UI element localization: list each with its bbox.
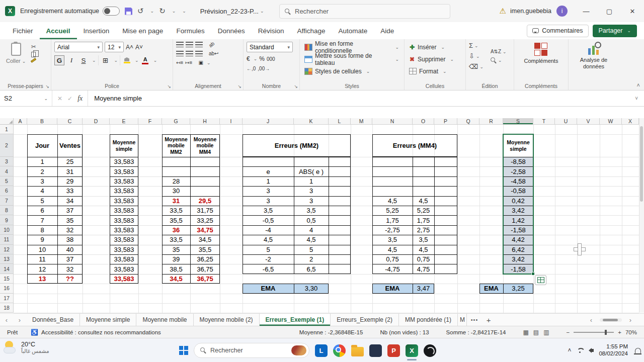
underline-button[interactable]: S: [78, 55, 89, 65]
cell-K10[interactable]: 4: [294, 225, 329, 235]
align-center-icon[interactable]: [186, 51, 193, 56]
cell-N14[interactable]: -4,75: [372, 264, 413, 274]
alignment-dialog-launcher-icon[interactable]: ↘: [237, 84, 242, 89]
cell-G12[interactable]: 35: [162, 245, 190, 254]
cell-O12[interactable]: 4,5: [413, 245, 434, 254]
cell-C12[interactable]: 40: [57, 245, 83, 254]
cell-H11[interactable]: 34,5: [190, 235, 220, 244]
dark-app-icon[interactable]: [369, 344, 382, 357]
cell-G7[interactable]: 31: [162, 196, 190, 206]
cell-C9[interactable]: 35: [57, 215, 83, 225]
cell-H9[interactable]: 33,25: [190, 215, 220, 225]
page-break-view-icon[interactable]: ▥: [543, 329, 549, 336]
cell-K16[interactable]: 3,30: [294, 284, 329, 293]
cell-J11[interactable]: 4,5: [243, 235, 294, 244]
fill-handle[interactable]: [531, 272, 535, 276]
column-header-J[interactable]: J: [243, 118, 294, 125]
cell-G6[interactable]: 30: [162, 186, 190, 196]
row-header-1[interactable]: 1: [0, 125, 14, 134]
sheet-tab-moyenne-mobile-(2)[interactable]: Moyenne mobile (2): [194, 314, 260, 326]
cell-O13[interactable]: 0,75: [413, 254, 434, 264]
thousands-format-icon[interactable]: 000: [267, 56, 275, 62]
insert-cells-button[interactable]: ✚ Insérer⌄: [408, 42, 462, 52]
cell-J4[interactable]: e: [243, 166, 294, 176]
cell-B15[interactable]: 13: [27, 274, 57, 284]
row-header-11[interactable]: 11: [0, 235, 14, 244]
cell-C6[interactable]: 33: [57, 186, 83, 196]
wrap-text-icon[interactable]: ab↩: [209, 51, 219, 56]
column-header-M[interactable]: M: [351, 118, 372, 125]
column-header-I[interactable]: I: [220, 118, 243, 125]
insert-function-icon[interactable]: fx: [77, 95, 83, 103]
row-header-15[interactable]: 15: [0, 274, 14, 284]
tray-expand-icon[interactable]: ˄: [568, 347, 571, 354]
quick-access-customize-icon[interactable]: ⌄: [182, 9, 186, 14]
cell-N8[interactable]: 5,25: [372, 206, 413, 215]
column-header-H[interactable]: H: [190, 118, 220, 125]
align-left-icon[interactable]: [176, 51, 184, 56]
zoom-in-icon[interactable]: +: [618, 329, 621, 335]
undo-dropdown-icon[interactable]: ⌄: [150, 9, 154, 14]
row-header-5[interactable]: 5: [0, 176, 14, 186]
cell-B9[interactable]: 7: [27, 215, 57, 225]
cell-K14[interactable]: 6,5: [294, 264, 329, 274]
cell-O14[interactable]: 4,75: [413, 264, 434, 274]
file-explorer-icon[interactable]: [351, 347, 364, 356]
cell-H15[interactable]: 36,75: [190, 274, 220, 284]
cell-G11[interactable]: 33,5: [162, 235, 190, 244]
redo-icon[interactable]: ↻: [159, 7, 166, 16]
row-header-18[interactable]: 18: [0, 303, 14, 313]
cell-N13[interactable]: 0,75: [372, 254, 413, 264]
cell-E7[interactable]: 33,583: [110, 196, 138, 206]
sheet-tab-données_base[interactable]: Données_Base: [26, 314, 80, 326]
cell-J12[interactable]: 5: [243, 245, 294, 254]
number-format-select[interactable]: Standard▾: [247, 42, 293, 52]
cell-E6[interactable]: 33,583: [110, 186, 138, 196]
cell-K4[interactable]: ABS( e ): [294, 166, 329, 176]
cell-N7[interactable]: 4,5: [372, 196, 413, 206]
row-header-14[interactable]: 14: [0, 264, 14, 274]
volume-icon[interactable]: [589, 348, 594, 353]
cell-H14[interactable]: 36,75: [190, 264, 220, 274]
avatar[interactable]: i: [556, 6, 568, 17]
cell-H13[interactable]: 36,25: [190, 254, 220, 264]
cell-S16[interactable]: 3,25: [503, 284, 533, 293]
comments-button[interactable]: Commentaires: [527, 25, 588, 37]
align-right-icon[interactable]: [195, 51, 203, 56]
search-box[interactable]: Rechercher: [279, 4, 450, 19]
merge-dropdown-icon[interactable]: ⌄: [207, 60, 211, 65]
zoom-level[interactable]: 70%: [625, 329, 637, 335]
column-header-R[interactable]: R: [479, 118, 503, 125]
warning-icon[interactable]: ⚠: [500, 7, 506, 16]
orientation-icon[interactable]: ab: [208, 41, 216, 49]
row-header-6[interactable]: 6: [0, 186, 14, 196]
row-header-2[interactable]: 2: [0, 134, 14, 157]
cell-J13[interactable]: -2: [243, 254, 294, 264]
cell-C3[interactable]: 25: [57, 157, 83, 166]
cell-J10[interactable]: -4: [243, 225, 294, 235]
document-title[interactable]: Prévision_22-23-P...⌄: [200, 8, 264, 15]
cell-O8[interactable]: 5,25: [413, 206, 434, 215]
cell-J5[interactable]: 1: [243, 176, 294, 186]
undo-icon[interactable]: ↺: [137, 7, 144, 16]
cell-O9[interactable]: 1,75: [413, 215, 434, 225]
column-header-F[interactable]: F: [138, 118, 162, 125]
taskbar-search[interactable]: Rechercher: [194, 343, 309, 358]
enter-formula-icon[interactable]: ✓: [67, 95, 72, 102]
analyze-data-button[interactable]: Analyse de données: [571, 42, 617, 71]
borders-dropdown-icon[interactable]: ⌄: [114, 58, 118, 63]
quick-analysis-button[interactable]: [535, 275, 546, 285]
row-header-7[interactable]: 7: [0, 196, 14, 206]
format-as-table-button[interactable]: Mettre sous forme de tableau⌄: [303, 54, 401, 64]
cell-B3[interactable]: 1: [27, 157, 57, 166]
column-header-C[interactable]: C: [57, 118, 83, 125]
sort-filter-button[interactable]: A⇅Z⌄: [491, 49, 507, 54]
linkedin-app-icon[interactable]: L: [315, 344, 328, 357]
cell-J7[interactable]: 3: [243, 196, 294, 206]
column-header-Q[interactable]: Q: [457, 118, 479, 125]
cell-B2[interactable]: Jour: [27, 134, 57, 157]
cell-J2[interactable]: Erreurs (MM2): [243, 134, 351, 157]
expand-formula-bar-icon[interactable]: ˅: [629, 96, 644, 101]
ribbon-tab-accueil[interactable]: Accueil: [40, 22, 77, 39]
cell-N2[interactable]: Erreurs (MM4): [372, 134, 457, 157]
